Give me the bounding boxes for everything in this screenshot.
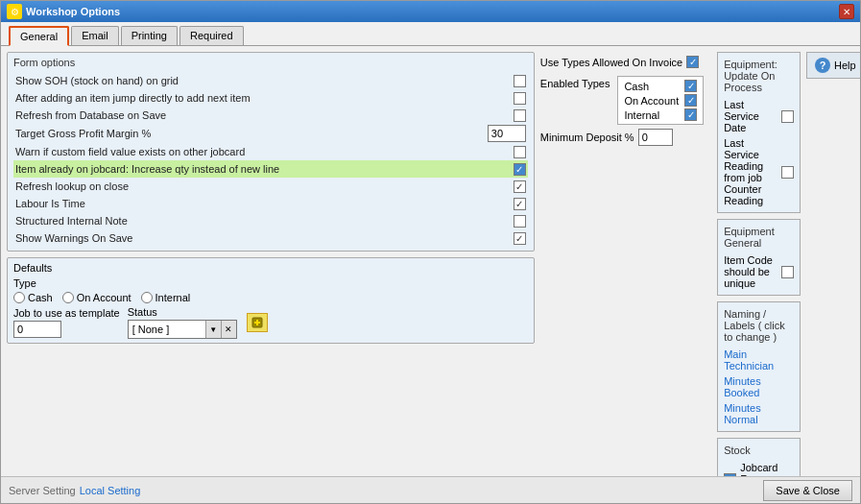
enabled-types-label: Enabled Types	[540, 76, 610, 89]
form-options-title: Form options	[13, 57, 528, 68]
job-template-group: Job to use as template	[13, 307, 120, 338]
row-custom-field-checkbox[interactable]	[514, 146, 526, 158]
help-button[interactable]: ? Help	[806, 52, 860, 79]
radio-on-account[interactable]: On Account	[62, 292, 132, 303]
window-title: Workshop Options	[26, 6, 120, 17]
middle-panel: Use Types Allowed On Invoice Enabled Typ…	[540, 52, 711, 470]
tab-general[interactable]: General	[9, 26, 69, 46]
row-refresh-lookup-checkbox[interactable]	[514, 180, 526, 193]
left-panel: Form options Show SOH (stock on hand) on…	[7, 52, 535, 470]
type-cash-checkbox[interactable]	[684, 80, 697, 92]
gross-profit-input[interactable]	[488, 125, 526, 142]
defaults-title: Defaults	[13, 262, 528, 274]
use-types-checkbox[interactable]	[686, 56, 699, 68]
types-box: Cash On Account Internal	[617, 76, 704, 125]
status-combo-clear[interactable]: ✕	[221, 321, 236, 338]
right-panel: Equipment: Update On Process Last Servic…	[717, 52, 854, 470]
row-item-on-jobcard-label: Item already on jobcard: Increase qty in…	[15, 163, 514, 175]
radio-cash[interactable]: Cash	[13, 292, 53, 303]
radio-on-account-label: On Account	[77, 292, 132, 303]
row-labour-time: Labour Is Time	[13, 195, 528, 212]
server-setting-text: Server Setting	[9, 485, 76, 496]
help-icon: ?	[815, 58, 830, 73]
row-structured-note-label: Structured Internal Note	[15, 215, 514, 227]
row-warnings-save: Show Warnings On Save	[13, 229, 528, 247]
row-custom-field: Warn if custom field value exists on oth…	[13, 143, 528, 160]
enabled-types-row: Enabled Types Cash On Account Internal	[540, 76, 711, 125]
type-label: Type	[13, 277, 36, 289]
type-on-account-checkbox[interactable]	[684, 94, 697, 107]
radio-internal[interactable]: Internal	[141, 292, 191, 303]
help-label: Help	[834, 60, 856, 71]
min-deposit-label: Minimum Deposit %	[540, 132, 634, 143]
job-template-input[interactable]	[13, 321, 61, 338]
local-setting-link[interactable]: Local Setting	[80, 485, 141, 496]
row-refresh-db-checkbox[interactable]	[514, 109, 526, 122]
naming-title: Naming / Labels ( click to change )	[724, 306, 794, 345]
last-service-date-row: Last Service Date	[724, 97, 794, 135]
stock-title: Stock	[724, 443, 794, 458]
status-group: Status [ None ] ▼ ✕	[128, 306, 237, 339]
status-label: Status	[128, 306, 237, 318]
type-internal: Internal	[624, 108, 697, 122]
radio-internal-circle[interactable]	[141, 292, 153, 303]
radio-internal-label: Internal	[155, 292, 191, 303]
row-structured-note-checkbox[interactable]	[514, 215, 526, 228]
use-types-section: Use Types Allowed On Invoice Enabled Typ…	[540, 52, 711, 150]
use-types-label: Use Types Allowed On Invoice	[540, 57, 682, 68]
form-options-area: Show SOH (stock on hand) on grid After a…	[13, 72, 528, 247]
form-options-group: Form options Show SOH (stock on hand) on…	[7, 52, 535, 252]
type-internal-label: Internal	[624, 109, 659, 121]
equipment-general-box: Equipment General Item Code should be un…	[717, 219, 801, 296]
radio-cash-circle[interactable]	[13, 292, 25, 303]
status-combo[interactable]: [ None ] ▼ ✕	[128, 320, 237, 339]
right-top-row: Equipment: Update On Process Last Servic…	[717, 52, 854, 476]
row-jump-next-checkbox[interactable]	[514, 92, 526, 105]
radio-on-account-circle[interactable]	[62, 292, 74, 303]
add-button[interactable]	[247, 313, 268, 332]
status-combo-arrow[interactable]: ▼	[205, 321, 221, 338]
naming-minutes-normal[interactable]: Minutes Normal	[724, 400, 794, 427]
naming-minutes-booked[interactable]: Minutes Booked	[724, 373, 794, 400]
equipment-box: Equipment: Update On Process Last Servic…	[717, 52, 801, 213]
item-code-unique-label: Item Code should be unique	[724, 254, 781, 289]
tab-printing[interactable]: Printing	[121, 26, 178, 45]
type-radio-group: Cash On Account Internal	[13, 292, 528, 303]
row-soh-checkbox[interactable]	[514, 75, 526, 87]
row-labour-time-label: Labour Is Time	[15, 198, 514, 209]
bottom-links: Server Setting Local Setting	[9, 485, 140, 496]
tab-required[interactable]: Required	[179, 26, 244, 45]
row-labour-time-checkbox[interactable]	[514, 198, 526, 210]
workshop-options-window: ⚙ Workshop Options ✕ General Email Print…	[0, 0, 861, 504]
min-deposit-input[interactable]	[638, 129, 673, 146]
last-service-reading-checkbox[interactable]	[781, 166, 794, 179]
help-section: ? Help	[806, 52, 854, 79]
tabs-bar: General Email Printing Required	[1, 22, 860, 46]
row-warnings-save-checkbox[interactable]	[514, 232, 526, 245]
tab-email[interactable]: Email	[71, 26, 119, 45]
type-on-account-label: On Account	[624, 95, 679, 107]
row-jump-next: After adding an item jump directly to ad…	[13, 89, 528, 107]
type-internal-checkbox[interactable]	[684, 108, 697, 121]
stock-box: Stock Jobcard Reserve Stock Use Regional…	[717, 438, 801, 476]
jobcard-reserve-row: Jobcard Reserve Stock	[724, 460, 794, 476]
last-service-date-checkbox[interactable]	[781, 110, 794, 123]
naming-main-technician[interactable]: Main Technician	[724, 347, 794, 373]
last-service-date-label: Last Service Date	[724, 99, 781, 133]
row-soh-label: Show SOH (stock on hand) on grid	[15, 75, 514, 86]
naming-box: Naming / Labels ( click to change ) Main…	[717, 301, 801, 432]
row-item-on-jobcard-checkbox[interactable]	[514, 163, 526, 176]
radio-cash-label: Cash	[28, 292, 53, 303]
row-refresh-db-label: Refresh from Database on Save	[15, 109, 514, 121]
job-template-label: Job to use as template	[13, 307, 120, 319]
last-service-reading-row: Last Service Reading from job Counter Re…	[724, 135, 794, 208]
close-button[interactable]: ✕	[839, 4, 854, 19]
equipment-title: Equipment: Update On Process	[724, 57, 794, 95]
row-item-on-jobcard: Item already on jobcard: Increase qty in…	[13, 160, 528, 178]
save-close-button[interactable]: Save & Close	[763, 480, 852, 501]
defaults-section: Defaults Type Cash On Account Int	[7, 257, 535, 344]
item-code-unique-checkbox[interactable]	[781, 266, 794, 278]
row-gross-profit-label: Target Gross Profit Margin %	[15, 128, 488, 139]
row-structured-note: Structured Internal Note	[13, 212, 528, 229]
use-types-row: Use Types Allowed On Invoice	[540, 56, 711, 68]
